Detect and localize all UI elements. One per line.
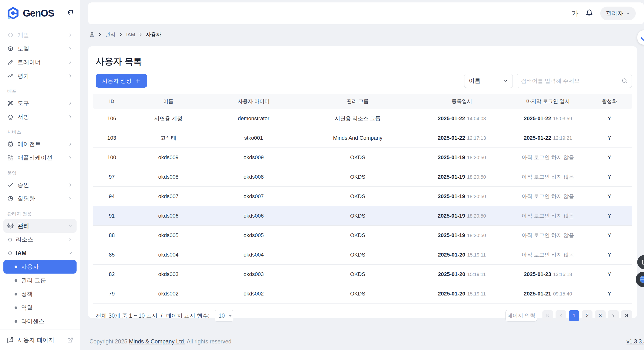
sidebar-item-policy[interactable]: 정책 [4,287,76,301]
floating-docs-button[interactable] [637,255,644,269]
sidebar-collapse-icon[interactable] [67,9,74,17]
table-row[interactable]: 94okds007okds007OKDS2025-01-1918:20:50아직… [93,187,632,206]
page-number-input[interactable] [506,310,537,321]
chevron-right-icon [138,33,142,37]
sidebar-item-user[interactable]: 사용자 [4,260,76,274]
globe-icon [640,275,644,284]
table-row[interactable]: 85okds004okds004OKDS2025-01-2015:19:11아직… [93,245,632,265]
chevron-down-icon [626,11,630,16]
cell-id: 85 [93,252,130,258]
table-row[interactable]: 106시연용 계정demonstrator시연용 리소스 그룹2025-01-2… [93,109,632,128]
table-row[interactable]: 79okds002okds002OKDS2025-01-2015:19:1120… [93,284,632,303]
table-row[interactable]: 97okds008okds008OKDS2025-01-1918:20:50아직… [93,167,632,187]
cell-id: 91 [93,213,130,219]
chevron-right-icon [68,183,73,188]
sidebar-item-model[interactable]: 모델 [4,42,76,56]
sidebar-item-agent[interactable]: 에이전트 [4,137,76,151]
rows-per-page-label: 페이지 표시 행수: [166,312,210,319]
circle-marker-icon [8,238,12,241]
sidebar-item-application[interactable]: 애플리케이션 [4,151,76,164]
cell-name: okds005 [130,232,206,239]
cell-registered: 2025-01-2015:19:11 [414,252,509,258]
prev-page-button[interactable] [556,310,566,321]
cell-user-id: stko001 [206,135,301,141]
logo[interactable]: GenOS [6,6,54,20]
cell-registered: 2025-01-2015:19:11 [414,271,509,277]
sidebar-item-admin-group[interactable]: 관리 그룹 [4,274,76,287]
search-input[interactable] [521,78,622,84]
sidebar-item-eval[interactable]: 평가 [4,69,76,83]
cell-id: 79 [93,291,130,297]
sidebar-item-quota[interactable]: 할당량 [4,192,76,206]
cell-group: OKDS [301,291,414,297]
chevron-right-icon [611,313,616,318]
search-icon[interactable] [622,78,628,84]
page-button-3[interactable]: 3 [595,310,606,321]
first-page-button[interactable] [542,310,553,321]
user-page-link[interactable]: 사용자 페이지 [0,329,80,350]
pagination-summary: 전체 30개 중 1 ~ 10 표시 / 페이지 표시 행수: 10 [96,310,233,321]
cell-last-login: 아직 로그인 하지 않음 [509,251,586,258]
table-row[interactable]: 103고석태stko001Minds And Company2025-01-22… [93,128,632,148]
table-row[interactable]: 91okds006okds006OKDS2025-01-1918:20:50아직… [93,206,632,226]
sidebar-item-admin[interactable]: 관리 [4,219,76,233]
cell-active: Y [586,154,632,161]
sidebar-item-iam[interactable]: IAM [4,246,76,260]
sidebar-item-dev[interactable]: 개발 [4,28,76,42]
dot-marker-icon [14,306,17,309]
floating-assistant-button[interactable] [637,30,644,45]
sidebar-item-trainer[interactable]: 트레이너 [4,56,76,69]
user-menu[interactable]: 관리자 [600,7,636,20]
sidebar-item-serving[interactable]: 서빙 [4,110,76,124]
chevron-right-icon [68,196,73,201]
page-button-1[interactable]: 1 [569,310,579,321]
col-active: 활성화 [586,98,632,105]
table-row[interactable]: 100okds009okds009OKDS2025-01-1918:20:50아… [93,148,632,167]
cell-name: okds004 [130,252,206,258]
cell-user-id: okds005 [206,232,301,239]
cell-group: 시연용 리소스 그룹 [301,115,414,122]
filter-field-select[interactable]: 이름 [464,74,513,88]
sidebar-nav: 개발 모델 트레이너 평가 배포 도구 [0,22,80,329]
notification-bell-icon[interactable] [586,9,593,18]
chevron-right-icon [68,114,73,119]
cell-id: 100 [93,154,130,161]
sidebar-item-role[interactable]: 역할 [4,301,76,314]
table-row[interactable]: 82okds003okds003OKDS2025-01-2015:19:1120… [93,265,632,284]
cell-last-login: 2025-01-2109:15:40 [509,291,586,297]
cell-user-id: okds003 [206,271,301,277]
rows-per-page-select[interactable]: 10 [215,310,233,321]
cell-user-id: okds007 [206,193,301,200]
breadcrumb-iam[interactable]: IAM [126,32,135,38]
font-size-button[interactable]: 가 [572,9,578,18]
page-button-2[interactable]: 2 [582,310,592,321]
cell-active: Y [586,271,632,277]
next-page-button[interactable] [608,310,619,321]
company-link[interactable]: Minds & Company Ltd. [129,338,186,345]
cell-group: OKDS [301,232,414,239]
logo-text: GenOS [23,8,54,19]
chevron-right-icon [68,33,73,38]
circle-marker-icon [8,251,12,255]
genos-logo-icon [6,6,20,20]
cell-user-id: okds004 [206,252,301,258]
pencil-icon [7,59,14,66]
cell-id: 103 [93,135,130,141]
table-row[interactable]: 88okds005okds005OKDS2025-01-1918:20:50아직… [93,226,632,245]
agent-icon [7,141,14,147]
sidebar-item-license[interactable]: 라이센스 [4,314,76,328]
cube-icon [7,46,14,52]
version-link[interactable]: v1.3.3.3 [626,338,644,345]
user-table: ID 이름 사용자 아이디 관리 그룹 등록일시 마지막 로그인 일시 활성화 … [93,94,632,303]
swirl-icon [640,33,644,42]
cell-registered: 2025-01-2214:04:03 [414,115,509,122]
first-page-icon [545,313,550,318]
last-page-button[interactable] [621,310,632,321]
sidebar-item-tools[interactable]: 도구 [4,96,76,110]
cell-active: Y [586,232,632,239]
sidebar-item-approval[interactable]: 승인 [4,178,76,192]
create-user-button[interactable]: 사용자 생성 [96,74,147,88]
sidebar-item-resource[interactable]: 리소스 [4,233,76,246]
breadcrumb-home[interactable]: 홈 [90,31,94,38]
breadcrumb-admin[interactable]: 관리 [105,31,116,38]
